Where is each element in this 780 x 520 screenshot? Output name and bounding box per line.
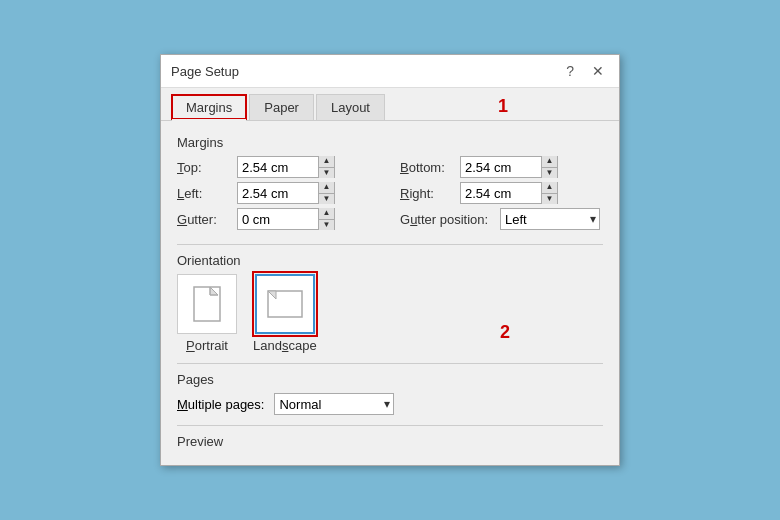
top-input-wrap: ▲ ▼ [237, 156, 335, 178]
top-spin-down[interactable]: ▼ [319, 168, 334, 179]
svg-rect-0 [194, 287, 220, 321]
right-row: Right: ▲ ▼ [400, 182, 603, 204]
gutter-row: Gutter: ▲ ▼ [177, 208, 380, 230]
multiple-pages-select-wrap: Normal Mirror margins 2 pages per sheet … [274, 393, 394, 415]
orientation-section: Orientation Portrait [177, 253, 603, 353]
tab-paper[interactable]: Paper [249, 94, 314, 120]
gutter-pos-select[interactable]: Left Top [500, 208, 600, 230]
orientation-options: Portrait Landscape [177, 274, 603, 353]
bottom-label: Bottom: [400, 160, 460, 175]
orientation-label: Orientation [177, 253, 603, 268]
gutter-label: Gutter: [177, 212, 237, 227]
divider-2 [177, 363, 603, 364]
portrait-svg [192, 285, 222, 323]
multiple-pages-label: Multiple pages: [177, 397, 264, 412]
right-label: Right: [400, 186, 460, 201]
close-button[interactable]: ✕ [587, 61, 609, 81]
portrait-label: Portrait [186, 338, 228, 353]
tab-layout[interactable]: Layout [316, 94, 385, 120]
gutter-pos-label: Gutter position: [400, 212, 500, 227]
left-spinner: ▲ ▼ [318, 182, 334, 204]
top-row: Top: ▲ ▼ [177, 156, 380, 178]
portrait-icon [177, 274, 237, 334]
tab-margins[interactable]: Margins [171, 94, 247, 120]
gutter-pos-select-wrap: Left Top [500, 208, 600, 230]
annotation-badge-1: 1 [498, 96, 508, 117]
landscape-svg [266, 289, 304, 319]
left-spin-up[interactable]: ▲ [319, 182, 334, 194]
gutter-spin-down[interactable]: ▼ [319, 220, 334, 231]
landscape-option[interactable]: Landscape [253, 274, 317, 353]
help-button[interactable]: ? [561, 61, 579, 81]
bottom-row: Bottom: ▲ ▼ [400, 156, 603, 178]
left-spin-down[interactable]: ▼ [319, 194, 334, 205]
portrait-option[interactable]: Portrait [177, 274, 237, 353]
gutter-spin-up[interactable]: ▲ [319, 208, 334, 220]
tab-bar: Margins Paper Layout [161, 88, 619, 121]
right-spinner: ▲ ▼ [541, 182, 557, 204]
left-input-wrap: ▲ ▼ [237, 182, 335, 204]
multiple-pages-select[interactable]: Normal Mirror margins 2 pages per sheet … [274, 393, 394, 415]
divider-3 [177, 425, 603, 426]
bottom-input-wrap: ▲ ▼ [460, 156, 558, 178]
margins-left-col: Top: ▲ ▼ Left: [177, 156, 380, 234]
right-input-wrap: ▲ ▼ [460, 182, 558, 204]
left-input[interactable] [238, 183, 318, 203]
pages-label: Pages [177, 372, 603, 387]
margins-form-grid: Top: ▲ ▼ Left: [177, 156, 603, 234]
gutter-pos-row: Gutter position: Left Top [400, 208, 603, 230]
left-row: Left: ▲ ▼ [177, 182, 380, 204]
bottom-spin-down[interactable]: ▼ [542, 168, 557, 179]
title-bar: Page Setup ? ✕ [161, 55, 619, 88]
gutter-spinner: ▲ ▼ [318, 208, 334, 230]
preview-section: Preview [177, 434, 603, 449]
pages-section: Pages Multiple pages: Normal Mirror marg… [177, 372, 603, 415]
bottom-input[interactable] [461, 157, 541, 177]
left-label: Left: [177, 186, 237, 201]
annotation-badge-2: 2 [500, 322, 510, 343]
page-setup-dialog: Page Setup ? ✕ Margins Paper Layout Marg… [160, 54, 620, 466]
top-spinner: ▲ ▼ [318, 156, 334, 178]
right-spin-down[interactable]: ▼ [542, 194, 557, 205]
title-bar-buttons: ? ✕ [561, 61, 609, 81]
margins-section-label: Margins [177, 135, 603, 150]
margins-right-col: Bottom: ▲ ▼ Right: [400, 156, 603, 234]
bottom-spinner: ▲ ▼ [541, 156, 557, 178]
right-input[interactable] [461, 183, 541, 203]
top-spin-up[interactable]: ▲ [319, 156, 334, 168]
landscape-label: Landscape [253, 338, 317, 353]
right-spin-up[interactable]: ▲ [542, 182, 557, 194]
top-input[interactable] [238, 157, 318, 177]
gutter-input[interactable] [238, 209, 318, 229]
top-label: Top: [177, 160, 237, 175]
gutter-input-wrap: ▲ ▼ [237, 208, 335, 230]
dialog-content: Margins Top: ▲ ▼ [161, 121, 619, 465]
dialog-title: Page Setup [171, 64, 239, 79]
divider-1 [177, 244, 603, 245]
landscape-icon [255, 274, 315, 334]
preview-label: Preview [177, 434, 603, 449]
pages-row: Multiple pages: Normal Mirror margins 2 … [177, 393, 603, 415]
bottom-spin-up[interactable]: ▲ [542, 156, 557, 168]
